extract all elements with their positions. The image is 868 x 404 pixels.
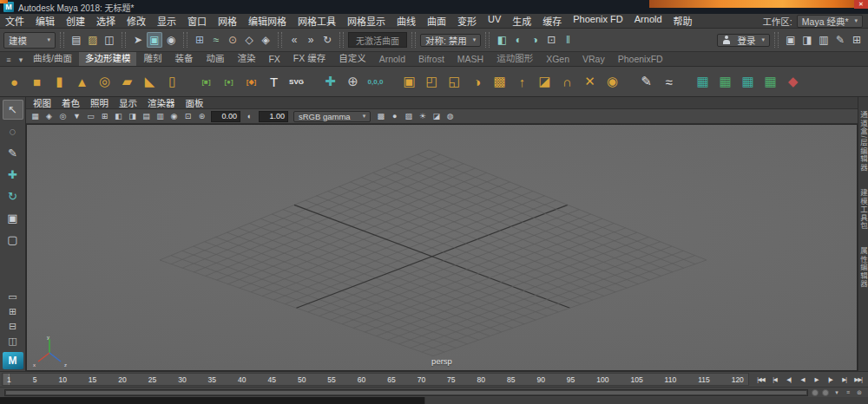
symmetry-dropdown[interactable]: 对称: 禁用 ▾ [420, 34, 481, 47]
go-to-end-button[interactable]: ▶▶| [852, 374, 865, 386]
new-scene-icon[interactable]: ▤ [69, 32, 84, 48]
auto-keyframe-button[interactable] [812, 389, 819, 396]
range-slider-track[interactable] [4, 389, 808, 396]
menu-set-dropdown[interactable]: 建模 ▾ [3, 32, 56, 49]
status-group-handle[interactable] [411, 32, 416, 48]
menu-item[interactable]: 网格显示 [347, 14, 385, 28]
poly-sphere-icon[interactable]: ● [3, 70, 25, 93]
input-connections-icon[interactable]: « [286, 32, 302, 48]
shelf-tab[interactable]: VRay [576, 53, 611, 66]
select-hierarchy-icon[interactable]: ➤ [130, 32, 146, 48]
shelf-tab[interactable]: 渲染 [231, 52, 261, 66]
uv-cylindrical-icon[interactable]: ▦ [737, 70, 759, 93]
shelf-tab[interactable]: 曲线/曲面 [27, 52, 78, 66]
poly-pipe-icon[interactable]: ▯ [161, 70, 183, 93]
status-group-handle[interactable] [122, 32, 126, 48]
target-weld-icon[interactable]: ◉ [602, 70, 623, 93]
shelf-tab[interactable]: 装备 [168, 52, 199, 66]
pause-viewport-icon[interactable]: ‖ [560, 32, 575, 48]
poly-cube-icon[interactable]: ■ [26, 70, 48, 93]
pan-zoom-icon[interactable]: ⊞ [98, 110, 111, 122]
extract-icon[interactable]: ◱ [444, 70, 465, 93]
align-objects-icon[interactable]: ✚ [319, 70, 341, 93]
snap-curve-icon[interactable]: ≈ [208, 32, 224, 48]
poly-pyramid-icon[interactable]: ◣ [139, 70, 161, 93]
ambient-occlusion-icon[interactable]: ◍ [444, 110, 457, 122]
render-current-frame-icon[interactable]: ◐ [510, 32, 526, 48]
sidebar-vertical-tab[interactable]: 通道盒/层编辑器 [858, 111, 868, 172]
menu-item[interactable]: 修改 [127, 14, 146, 28]
make-live-icon[interactable]: ◈ [258, 32, 273, 48]
live-surface-sphere-icon[interactable]: [●] [218, 70, 240, 93]
menu-item[interactable]: 曲面 [427, 14, 446, 28]
menu-item[interactable]: Arnold [635, 14, 662, 28]
film-gate-icon[interactable]: ◧ [112, 110, 125, 122]
shelf-tab[interactable]: FX [262, 53, 286, 66]
last-tool[interactable]: ▢ [3, 230, 23, 250]
safe-title-icon[interactable]: ⊡ [181, 110, 194, 122]
lasso-tool[interactable]: ◌ [3, 121, 23, 141]
live-surface-diamond-icon[interactable]: [◆] [240, 70, 262, 93]
poly-cylinder-icon[interactable]: ▮ [49, 70, 70, 93]
live-surface-cube-icon[interactable]: [■] [195, 70, 217, 93]
panel-menu-item[interactable]: 渲染器 [148, 97, 175, 109]
gate-mask-icon[interactable]: ▤ [140, 110, 153, 122]
timeline-track[interactable]: 1510152025303540455055606570758085909510… [2, 373, 749, 386]
paint-select-tool[interactable]: ✎ [3, 143, 23, 163]
shelf-tab[interactable]: 雕刻 [137, 52, 168, 66]
lights-icon[interactable]: ☀ [416, 110, 429, 122]
status-group-handle[interactable] [485, 32, 490, 48]
field-chart-icon[interactable]: ▥ [154, 110, 167, 122]
status-group-handle[interactable] [60, 32, 64, 48]
menu-item[interactable]: 文件 [5, 14, 24, 28]
command-line-input[interactable] [0, 397, 425, 404]
panel-menu-item[interactable]: 着色 [62, 97, 80, 109]
layout-two-pane-button[interactable]: ⊟ [3, 320, 23, 333]
panel-menu-item[interactable]: 照明 [90, 97, 108, 109]
snap-together-icon[interactable]: ⊕ [342, 70, 364, 93]
menu-item[interactable]: 创建 [66, 14, 85, 28]
sidebar-vertical-tab[interactable]: 属性编辑器 [858, 247, 868, 289]
poly-cone-icon[interactable]: ▲ [71, 70, 93, 93]
tool-settings-toggle-icon[interactable]: ✎ [832, 32, 848, 48]
rotate-tool[interactable]: ↻ [3, 186, 23, 206]
animation-preferences-button[interactable] [822, 389, 829, 396]
step-back-key-button[interactable]: |◀ [768, 374, 781, 386]
menu-item[interactable]: 选择 [96, 14, 115, 28]
select-component-icon[interactable]: ◉ [163, 32, 179, 48]
resolution-gate-icon[interactable]: ◨ [126, 110, 139, 122]
play-backwards-button[interactable]: ◀ [796, 374, 809, 386]
poly-plane-icon[interactable]: ▰ [116, 70, 138, 93]
anim-prefs-icon[interactable]: ⊛ [855, 389, 864, 396]
shelf-tab[interactable]: MASH [451, 53, 490, 66]
shelf-tab[interactable]: 多边形建模 [79, 52, 137, 66]
select-tool[interactable]: ↖ [3, 100, 23, 120]
status-group-handle[interactable] [774, 32, 779, 48]
shelf-tab[interactable]: PhoenixFD [612, 53, 669, 66]
image-plane-icon[interactable]: ▭ [84, 110, 97, 122]
svg-tool-icon[interactable]: SVG [286, 70, 307, 93]
wireframe-icon[interactable]: ▩ [374, 110, 387, 122]
step-forward-key-button[interactable]: ▶| [838, 374, 851, 386]
multi-cut-icon[interactable]: ✕ [579, 70, 601, 93]
menu-item[interactable]: 曲线 [397, 14, 416, 28]
uv-planar-icon[interactable]: ▦ [692, 70, 713, 93]
smooth-icon[interactable]: ▩ [489, 70, 510, 93]
shaded-icon[interactable]: ● [388, 110, 401, 122]
construction-history-icon[interactable]: ↻ [319, 32, 335, 48]
separate-icon[interactable]: ◰ [421, 70, 443, 93]
lock-camera-icon[interactable]: ◈ [43, 110, 56, 122]
shelf-menu-icon[interactable]: ≡ [3, 54, 15, 66]
uv-editor-icon[interactable]: ◆ [782, 70, 804, 93]
character-set-dropdown-icon[interactable]: ▾ [832, 389, 841, 396]
shelf-tab[interactable]: 运动图形 [490, 52, 539, 66]
output-connections-icon[interactable]: » [303, 32, 319, 48]
sidebar-vertical-tab[interactable]: 建模工具包 [858, 189, 868, 231]
viewport-canvas[interactable]: y x z persp [26, 124, 858, 371]
workspace-dropdown[interactable]: Maya 经典* ▾ [797, 15, 863, 28]
exposure-field[interactable]: 0.00 [211, 111, 240, 122]
select-object-icon[interactable]: ▣ [147, 32, 162, 48]
poly-torus-icon[interactable]: ◎ [94, 70, 115, 93]
menu-item[interactable]: 显示 [157, 14, 176, 28]
modeling-toolkit-toggle-icon[interactable]: ▣ [783, 32, 799, 48]
